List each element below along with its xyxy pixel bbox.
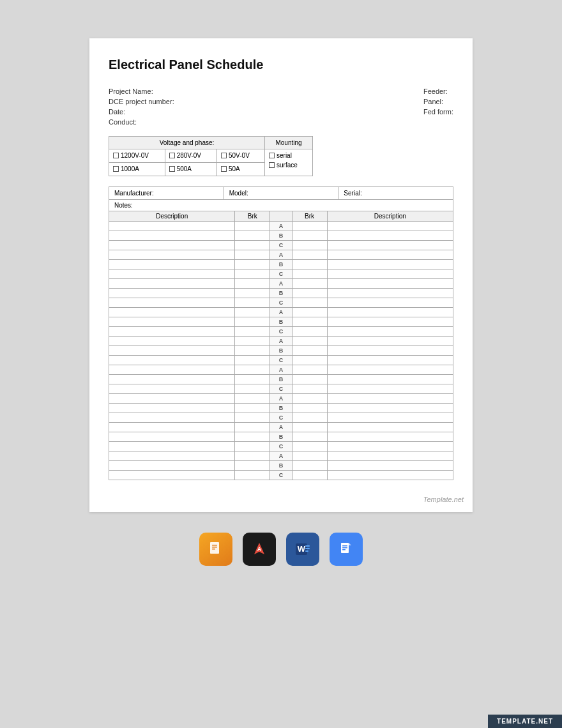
- desc-right-3: [327, 250, 453, 260]
- table-row: C: [109, 471, 453, 480]
- table-row: C: [109, 241, 453, 250]
- checkbox-surface[interactable]: [269, 162, 275, 168]
- brk-right-26: [292, 471, 327, 480]
- acrobat-icon[interactable]: A: [243, 533, 276, 566]
- desc-left-24: [109, 451, 235, 461]
- table-row: B: [109, 404, 453, 413]
- desc-left-23: [109, 442, 235, 451]
- table-row: A: [109, 423, 453, 432]
- desc-right-18: [327, 394, 453, 404]
- brk-left-14: [235, 356, 270, 365]
- desc-right-10: [327, 317, 453, 327]
- desc-left-22: [109, 432, 235, 442]
- phase-26: C: [270, 471, 292, 480]
- header-description-left: Description: [109, 211, 235, 222]
- svg-rect-0: [210, 542, 219, 554]
- brk-left-0: [235, 222, 270, 231]
- checkbox-280v[interactable]: [169, 153, 175, 158]
- table-row: B: [109, 260, 453, 269]
- brk-right-1: [292, 231, 327, 241]
- table-row: A: [109, 250, 453, 260]
- desc-right-4: [327, 260, 453, 269]
- svg-text:A: A: [257, 546, 262, 552]
- brk-left-12: [235, 337, 270, 346]
- voltage-phase-header: Voltage and phase:: [109, 137, 265, 149]
- word-svg: W: [294, 540, 312, 558]
- brk-right-9: [292, 308, 327, 317]
- desc-left-11: [109, 327, 235, 337]
- table-row: A: [109, 308, 453, 317]
- desc-right-14: [327, 356, 453, 365]
- phase-4: B: [270, 260, 292, 269]
- phase-8: C: [270, 298, 292, 308]
- desc-right-1: [327, 231, 453, 241]
- brk-left-16: [235, 375, 270, 384]
- manufacturer-cell: Manufacturer:: [109, 187, 224, 199]
- brk-right-16: [292, 375, 327, 384]
- desc-left-25: [109, 461, 235, 471]
- phase-24: A: [270, 451, 292, 461]
- checkbox-50v[interactable]: [221, 153, 227, 158]
- desc-left-4: [109, 260, 235, 269]
- checkbox-serial[interactable]: [269, 153, 275, 158]
- phase-0: A: [270, 222, 292, 231]
- desc-left-21: [109, 423, 235, 432]
- word-icon[interactable]: W: [286, 533, 319, 566]
- table-row: B: [109, 432, 453, 442]
- svg-rect-13: [342, 549, 346, 550]
- date-label: Date:: [109, 108, 174, 116]
- desc-right-21: [327, 423, 453, 432]
- table-row: A: [109, 365, 453, 375]
- checkbox-1000a[interactable]: [113, 166, 119, 172]
- brk-left-20: [235, 413, 270, 423]
- desc-right-12: [327, 337, 453, 346]
- phase-20: C: [270, 413, 292, 423]
- project-name-label: Project Name:: [109, 87, 174, 95]
- brk-left-1: [235, 231, 270, 241]
- header-description-right: Description: [327, 211, 453, 222]
- checkbox-500a[interactable]: [169, 166, 175, 172]
- svg-rect-12: [342, 547, 347, 549]
- brk-right-6: [292, 279, 327, 289]
- desc-right-25: [327, 461, 453, 471]
- desc-right-7: [327, 289, 453, 298]
- brk-left-22: [235, 432, 270, 442]
- brk-left-24: [235, 451, 270, 461]
- docs-svg: [337, 540, 355, 558]
- table-row: B: [109, 289, 453, 298]
- desc-left-2: [109, 241, 235, 250]
- brk-left-4: [235, 260, 270, 269]
- brk-right-0: [292, 222, 327, 231]
- phase-25: B: [270, 461, 292, 471]
- checkbox-1200v[interactable]: [113, 153, 119, 158]
- phase-13: B: [270, 346, 292, 356]
- brk-left-23: [235, 442, 270, 451]
- desc-right-2: [327, 241, 453, 250]
- watermark: Template.net: [423, 496, 464, 503]
- desc-right-16: [327, 375, 453, 384]
- docs-icon[interactable]: [330, 533, 363, 566]
- table-row: B: [109, 231, 453, 241]
- brk-left-7: [235, 289, 270, 298]
- table-row: B: [109, 461, 453, 471]
- desc-left-20: [109, 413, 235, 423]
- amp-500: 500A: [165, 163, 216, 176]
- brk-right-22: [292, 432, 327, 442]
- table-row: A: [109, 451, 453, 461]
- mounting-options: serial surface: [265, 149, 313, 176]
- brk-right-3: [292, 250, 327, 260]
- notes-bar: Notes:: [109, 199, 453, 211]
- phase-6: A: [270, 279, 292, 289]
- meta-left: Project Name: DCE project number: Date: …: [109, 87, 174, 126]
- desc-right-17: [327, 384, 453, 394]
- desc-left-6: [109, 279, 235, 289]
- pages-icon[interactable]: [199, 533, 232, 566]
- brk-right-5: [292, 269, 327, 279]
- phase-22: B: [270, 432, 292, 442]
- dce-project-label: DCE project number:: [109, 98, 174, 105]
- checkbox-50a[interactable]: [221, 166, 227, 172]
- brk-right-23: [292, 442, 327, 451]
- amp-50: 50A: [217, 163, 265, 176]
- phase-2: C: [270, 241, 292, 250]
- brk-right-11: [292, 327, 327, 337]
